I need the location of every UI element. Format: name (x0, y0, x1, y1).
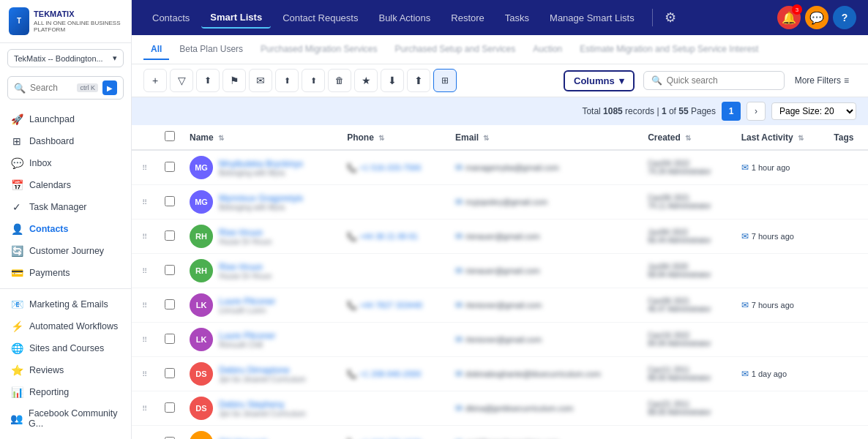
row-checkbox[interactable] (165, 368, 175, 378)
name-cell: RH Rixe Hruun Huuse Dr Hruun (182, 220, 340, 254)
search-input[interactable] (30, 83, 72, 93)
topnav-contact-requests[interactable]: Contact Requests (274, 8, 367, 28)
sidebar-item-label-facebook: Facebook Community G... (29, 408, 121, 429)
sidebar-item-facebook[interactable]: 👥Facebook Community G... (0, 403, 131, 434)
contact-name[interactable]: Luure Pliconer (219, 331, 275, 341)
phone-col-header[interactable]: Phone ⇅ (340, 125, 448, 150)
contact-name[interactable]: Mynnixux Gragoreiyix (219, 193, 303, 203)
drag-handle-icon[interactable]: ⠿ (139, 267, 150, 275)
launchpad-icon: 🚀 (10, 113, 23, 125)
filter-tab-all[interactable]: All (143, 40, 169, 60)
last-activity-value: ✉ 7 hours ago (741, 231, 820, 241)
export2-button[interactable]: ⬆ (302, 69, 325, 92)
drag-handle-icon[interactable]: ⠿ (139, 336, 150, 344)
tags-col-header[interactable]: Tags (826, 125, 868, 150)
sidebar-item-contacts[interactable]: 👤Contacts (0, 218, 131, 240)
row-checkbox[interactable] (165, 265, 175, 275)
settings-icon[interactable]: ⚙ (662, 7, 679, 29)
filter-tab-beta-plan[interactable]: Beta Plan Users (172, 40, 250, 60)
topnav-contacts[interactable]: Contacts (143, 8, 198, 28)
star-button[interactable]: ★ (354, 69, 378, 92)
current-page-number[interactable]: 1 (722, 102, 741, 121)
created-col-header[interactable]: Created ⇅ (640, 125, 734, 150)
phone-cell: 📞 +1 208-940-2000 (340, 357, 448, 391)
checkbox-col-header (157, 125, 182, 150)
sidebar-item-help[interactable]: ❓Help Library (0, 434, 131, 439)
sidebar-item-launchpad[interactable]: 🚀Launchpad (0, 108, 131, 130)
sidebar-item-customer-journey[interactable]: 🔄Customer Journey (0, 240, 131, 262)
contact-name[interactable]: Luure Pliconer (219, 296, 275, 307)
topnav-manage-smart-lists[interactable]: Manage Smart Lists (541, 8, 643, 28)
row-checkbox[interactable] (165, 334, 175, 344)
topnav-tasks[interactable]: Tasks (496, 8, 538, 28)
messages-button[interactable]: 💬 (805, 6, 828, 29)
more-filters-button[interactable]: More Filters ≡ (787, 72, 856, 89)
drag-handle-icon[interactable]: ⠿ (139, 164, 150, 172)
workspace-dropdown[interactable]: TekMatix -- Boddington... ▾ (7, 49, 124, 67)
contact-name[interactable]: Debiru Dimaptone (219, 365, 306, 375)
more-filters-label: More Filters (795, 75, 841, 86)
created-cell: Can/16 202284.94 Administrator (640, 323, 734, 357)
notifications-button[interactable]: 🔔 3 (777, 6, 801, 29)
quick-search-icon: 🔍 (651, 75, 662, 86)
row-checkbox[interactable] (165, 196, 175, 206)
topnav-divider (652, 9, 653, 26)
row-checkbox[interactable] (165, 299, 175, 309)
sidebar-item-calendars[interactable]: 📅Calendars (0, 174, 131, 196)
sidebar-item-task-manager[interactable]: ✓Task Manager (0, 196, 131, 218)
sidebar-item-inbox[interactable]: 💬Inbox (0, 152, 131, 174)
next-page-button[interactable]: › (747, 102, 766, 121)
import-button[interactable]: ⬆ (196, 69, 220, 92)
sidebar-item-reviews[interactable]: ⭐Reviews (0, 359, 131, 381)
sidebar-item-marketing[interactable]: 📧Marketing & Emails (0, 293, 131, 315)
last-activity-col-header[interactable]: Last Activity ⇅ (734, 125, 827, 150)
drag-handle-icon[interactable]: ⠿ (139, 233, 150, 241)
name-col-header[interactable]: Name ⇅ (182, 125, 340, 150)
row-checkbox[interactable] (165, 162, 175, 172)
help-button[interactable]: ? (833, 6, 856, 29)
topnav-smart-lists[interactable]: Smart Lists (201, 7, 271, 29)
delete-button[interactable]: 🗑 (328, 69, 351, 92)
select-all-checkbox[interactable] (165, 131, 175, 141)
topnav-restore[interactable]: Restore (442, 8, 493, 28)
topnav-bulk-actions[interactable]: Bulk Actions (370, 8, 439, 28)
grid-view-button[interactable]: ⊞ (433, 69, 457, 92)
filter-button[interactable]: ▽ (170, 69, 193, 92)
email-col-header[interactable]: Email ⇅ (448, 125, 640, 150)
columns-button[interactable]: Columns ▾ (564, 70, 635, 91)
drag-handle-icon[interactable]: ⠿ (139, 405, 150, 413)
checkbox-cell (157, 150, 182, 185)
contact-name[interactable]: Rixe Hruun (219, 262, 272, 272)
drag-handle-icon[interactable]: ⠿ (139, 198, 150, 206)
drag-handle-icon[interactable]: ⠿ (139, 301, 150, 309)
email-value: ✉ managemyba@gmail.com (455, 162, 633, 173)
filter-tab-auction[interactable]: Auction (525, 40, 569, 60)
sidebar-item-sites[interactable]: 🌐Sites and Courses (0, 337, 131, 359)
flag-button[interactable]: ⚑ (222, 69, 246, 92)
contact-name[interactable]: Debiru Stepheny (219, 399, 306, 410)
email-button[interactable]: ✉ (249, 69, 272, 92)
search-submit-button[interactable]: ▶ (102, 80, 117, 95)
add-button[interactable]: + (143, 69, 167, 92)
export-button[interactable]: ⬆ (275, 69, 299, 92)
avatar: LK (190, 328, 213, 351)
sidebar-item-dashboard[interactable]: ⊞Dashboard (0, 130, 131, 152)
row-checkbox[interactable] (165, 437, 175, 440)
row-checkbox[interactable] (165, 230, 175, 241)
page-size-select[interactable]: Page Size: 20 Page Size: 50 Page Size: 1… (771, 102, 856, 120)
sidebar-item-workflows[interactable]: ⚡Automated Workflows (0, 315, 131, 337)
contact-name[interactable]: Mnyibuleka Bryckinyx (219, 159, 303, 169)
sidebar-item-reporting[interactable]: 📊Reporting (0, 381, 131, 403)
phone-value: 📞 +44 7827 333440 (347, 301, 441, 310)
filter-tab-estimate[interactable]: Estimate Migration and Setup Service Int… (572, 40, 766, 60)
share-button[interactable]: ⬆ (407, 69, 430, 92)
download-button[interactable]: ⬇ (381, 69, 404, 92)
checkbox-cell (157, 220, 182, 254)
filter-tab-setup[interactable]: Purchased Setup and Services (387, 40, 523, 60)
drag-handle-icon[interactable]: ⠿ (139, 370, 150, 378)
quick-search-input[interactable] (667, 75, 777, 86)
sidebar-item-payments[interactable]: 💳Payments (0, 262, 131, 284)
filter-tab-migration[interactable]: Purchased Migration Services (253, 40, 384, 60)
row-checkbox[interactable] (165, 402, 175, 413)
contact-name[interactable]: Rixe Hruun (219, 228, 272, 238)
